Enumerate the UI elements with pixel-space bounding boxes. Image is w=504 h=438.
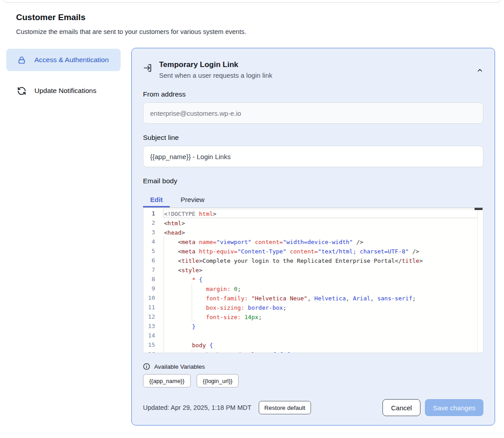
code-line: 5 <meta http-equiv="Content-Type" conten… bbox=[143, 246, 483, 256]
available-variables-row: Available Variables bbox=[143, 363, 483, 370]
code-text: font-size: 14px; bbox=[163, 312, 478, 321]
code-editor[interactable]: 1<!DOCTYPE html>2<html>3<head>4 <meta na… bbox=[143, 207, 483, 353]
line-number: 11 bbox=[143, 303, 163, 312]
subject-line-input[interactable] bbox=[143, 146, 483, 167]
indent-guide bbox=[164, 293, 164, 303]
code-line: 8 * { bbox=[143, 274, 483, 284]
indent-guide bbox=[164, 303, 164, 312]
chevron-up-icon bbox=[476, 69, 483, 76]
main-content: Access & Authentication Update Notificat… bbox=[6, 48, 495, 425]
restore-default-button[interactable]: Restore default bbox=[259, 401, 311, 414]
editor-scrollbar-track bbox=[477, 208, 478, 352]
code-line: 3<head> bbox=[143, 227, 483, 237]
line-number: 12 bbox=[143, 312, 163, 321]
code-text: <title>Complete your login to the Replic… bbox=[163, 256, 478, 265]
save-changes-button[interactable]: Save changes bbox=[425, 399, 483, 416]
updated-timestamp: Updated: Apr 29, 2025, 1:18 PM MDT bbox=[143, 404, 252, 411]
code-text: <meta http-equiv="Content-Type" content=… bbox=[163, 246, 478, 256]
code-line: 9 margin: 0; bbox=[143, 284, 483, 293]
indent-guide bbox=[192, 303, 192, 312]
sidebar-item-access-authentication[interactable]: Access & Authentication bbox=[6, 49, 121, 71]
code-line: 2<html> bbox=[143, 218, 483, 227]
line-number: 8 bbox=[143, 274, 163, 284]
code-text: <html> bbox=[163, 218, 478, 227]
page-header: Customer Emails Customize the emails tha… bbox=[16, 13, 488, 35]
indent-guide bbox=[164, 256, 164, 265]
code-text: font-family: "Helvetica Neue", Helvetica… bbox=[163, 293, 478, 303]
indent-guide bbox=[192, 312, 192, 321]
indent-guide bbox=[164, 350, 164, 353]
editor-scrollbar-thumb[interactable] bbox=[475, 208, 483, 210]
variable-chip[interactable]: {{login_url}} bbox=[197, 374, 239, 387]
line-number: 10 bbox=[143, 293, 163, 303]
code-line: 15 body { bbox=[143, 340, 483, 350]
line-number: 3 bbox=[143, 227, 163, 237]
info-icon bbox=[143, 363, 150, 370]
code-text bbox=[163, 331, 478, 340]
code-text: <!DOCTYPE html> bbox=[163, 209, 478, 218]
code-line: 4 <meta name="viewport" content="width=d… bbox=[143, 237, 483, 246]
previous-card-bottom-edge bbox=[4, 0, 500, 3]
code-line: 14 bbox=[143, 331, 483, 340]
email-type-title: Temporary Login Link bbox=[159, 59, 272, 70]
code-text: <head> bbox=[163, 227, 478, 237]
line-number: 16 bbox=[143, 350, 163, 353]
email-types-sidebar: Access & Authentication Update Notificat… bbox=[6, 49, 121, 99]
indent-guide bbox=[164, 246, 164, 256]
tab-preview[interactable]: Preview bbox=[173, 191, 211, 207]
indent-guide bbox=[192, 350, 192, 353]
lock-icon bbox=[17, 55, 26, 65]
line-number: 7 bbox=[143, 265, 163, 274]
code-text: body { bbox=[163, 340, 478, 350]
indent-guide bbox=[164, 274, 164, 284]
sidebar-item-label: Update Notifications bbox=[34, 85, 97, 96]
line-number: 5 bbox=[143, 246, 163, 256]
from-address-label: From address bbox=[143, 90, 483, 98]
line-number: 4 bbox=[143, 237, 163, 246]
indent-guide bbox=[192, 284, 192, 293]
card-header-text: Temporary Login Link Sent when a user re… bbox=[159, 59, 272, 80]
line-number: 1 bbox=[143, 209, 163, 218]
code-text: <meta name="viewport" content="width=dev… bbox=[163, 237, 478, 246]
from-address-input[interactable] bbox=[143, 102, 483, 124]
tab-edit[interactable]: Edit bbox=[143, 191, 170, 207]
log-in-icon bbox=[143, 63, 153, 80]
card-footer: Updated: Apr 29, 2025, 1:18 PM MDT Resto… bbox=[143, 399, 483, 416]
line-number: 6 bbox=[143, 256, 163, 265]
code-line: 7 <style> bbox=[143, 265, 483, 274]
page-title: Customer Emails bbox=[16, 13, 488, 22]
collapse-section-button[interactable] bbox=[476, 62, 483, 80]
code-lines: 1<!DOCTYPE html>2<html>3<head>4 <meta na… bbox=[143, 209, 483, 353]
indent-guide bbox=[164, 237, 164, 246]
email-body-label: Email body bbox=[143, 177, 483, 185]
variable-chip[interactable]: {{app_name}} bbox=[143, 374, 191, 387]
indent-guide bbox=[164, 312, 164, 321]
email-body-tabs: Edit Preview bbox=[143, 191, 483, 207]
line-number: 9 bbox=[143, 284, 163, 293]
line-number: 2 bbox=[143, 218, 163, 227]
variable-chips: {{app_name}}{{login_url}} bbox=[143, 374, 483, 387]
code-line: 11 box-sizing: border-box; bbox=[143, 303, 483, 312]
sync-icon bbox=[17, 86, 26, 96]
subject-line-label: Subject line bbox=[143, 134, 483, 142]
sidebar-item-label: Access & Authentication bbox=[34, 55, 109, 65]
code-line: 16 background-color: #f9f9f9; bbox=[143, 350, 483, 353]
code-text: <style> bbox=[163, 265, 478, 274]
email-type-subtitle: Sent when a user requests a login link bbox=[159, 70, 272, 80]
code-line: 13 } bbox=[143, 321, 483, 331]
code-line: 10 font-family: "Helvetica Neue", Helvet… bbox=[143, 293, 483, 303]
line-number: 13 bbox=[143, 321, 163, 331]
indent-guide bbox=[192, 293, 192, 303]
code-text: box-sizing: border-box; bbox=[163, 303, 478, 312]
indent-guide bbox=[164, 284, 164, 293]
code-line: 12 font-size: 14px; bbox=[143, 312, 483, 321]
code-text: * { bbox=[163, 274, 478, 284]
sidebar-item-update-notifications[interactable]: Update Notifications bbox=[6, 83, 121, 99]
line-number: 14 bbox=[143, 331, 163, 340]
indent-guide bbox=[164, 340, 164, 350]
card-header: Temporary Login Link Sent when a user re… bbox=[143, 59, 483, 80]
cancel-button[interactable]: Cancel bbox=[382, 399, 420, 416]
page-subtitle: Customize the emails that are sent to yo… bbox=[16, 28, 488, 35]
code-text: background-color: #f9f9f9; bbox=[163, 350, 478, 353]
code-text: } bbox=[163, 321, 478, 331]
